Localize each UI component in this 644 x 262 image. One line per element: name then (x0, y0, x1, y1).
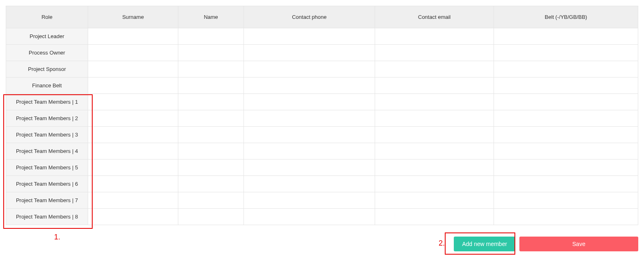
cell-name[interactable] (178, 192, 244, 209)
cell-surname[interactable] (88, 61, 178, 77)
cell-name[interactable] (178, 127, 244, 143)
cell-name[interactable] (178, 61, 244, 77)
col-header-belt: Belt (-/YB/GB/BB) (494, 6, 638, 28)
cell-surname[interactable] (88, 28, 178, 45)
cell-name[interactable] (178, 159, 244, 176)
col-header-role: Role (6, 6, 88, 28)
cell-phone[interactable] (244, 143, 375, 159)
cell-surname[interactable] (88, 77, 178, 94)
table-row: Project Team Members | 4 (6, 143, 638, 159)
footer-actions: 2. Add new member Save (6, 237, 638, 251)
table-row: Project Team Members | 7 (6, 192, 638, 209)
cell-belt[interactable] (494, 28, 638, 45)
cell-role: Project Team Members | 1 (6, 94, 88, 110)
cell-belt[interactable] (494, 77, 638, 94)
table-row: Project Team Members | 3 (6, 127, 638, 143)
add-new-member-button[interactable]: Add new member (454, 237, 515, 251)
cell-belt[interactable] (494, 45, 638, 61)
cell-email[interactable] (375, 143, 494, 159)
col-header-name: Name (178, 6, 244, 28)
cell-belt[interactable] (494, 159, 638, 176)
cell-email[interactable] (375, 28, 494, 45)
table-row: Project Leader (6, 28, 638, 45)
cell-phone[interactable] (244, 110, 375, 127)
cell-surname[interactable] (88, 209, 178, 225)
cell-email[interactable] (375, 159, 494, 176)
cell-surname[interactable] (88, 143, 178, 159)
cell-email[interactable] (375, 209, 494, 225)
cell-surname[interactable] (88, 45, 178, 61)
cell-phone[interactable] (244, 61, 375, 77)
cell-phone[interactable] (244, 209, 375, 225)
cell-surname[interactable] (88, 176, 178, 192)
cell-name[interactable] (178, 45, 244, 61)
table-row: Project Team Members | 6 (6, 176, 638, 192)
cell-email[interactable] (375, 127, 494, 143)
cell-email[interactable] (375, 61, 494, 77)
cell-surname[interactable] (88, 94, 178, 110)
cell-name[interactable] (178, 209, 244, 225)
cell-email[interactable] (375, 94, 494, 110)
cell-belt[interactable] (494, 61, 638, 77)
cell-phone[interactable] (244, 94, 375, 110)
cell-email[interactable] (375, 77, 494, 94)
cell-surname[interactable] (88, 110, 178, 127)
cell-role: Project Team Members | 5 (6, 159, 88, 176)
cell-email[interactable] (375, 110, 494, 127)
table-row: Project Team Members | 8 (6, 209, 638, 225)
table-row: Finance Belt (6, 77, 638, 94)
cell-role: Project Team Members | 6 (6, 176, 88, 192)
cell-belt[interactable] (494, 209, 638, 225)
cell-email[interactable] (375, 176, 494, 192)
cell-role: Project Sponsor (6, 61, 88, 77)
cell-email[interactable] (375, 45, 494, 61)
cell-phone[interactable] (244, 127, 375, 143)
cell-belt[interactable] (494, 143, 638, 159)
cell-belt[interactable] (494, 176, 638, 192)
cell-phone[interactable] (244, 192, 375, 209)
save-button[interactable]: Save (519, 237, 638, 251)
cell-belt[interactable] (494, 110, 638, 127)
cell-role: Process Owner (6, 45, 88, 61)
cell-belt[interactable] (494, 94, 638, 110)
cell-name[interactable] (178, 110, 244, 127)
annotation-label-2: 2. (439, 239, 445, 248)
cell-phone[interactable] (244, 176, 375, 192)
cell-phone[interactable] (244, 159, 375, 176)
table-row: Project Team Members | 2 (6, 110, 638, 127)
cell-name[interactable] (178, 28, 244, 45)
cell-role: Project Team Members | 4 (6, 143, 88, 159)
cell-belt[interactable] (494, 127, 638, 143)
cell-role: Project Team Members | 7 (6, 192, 88, 209)
col-header-email: Contact email (375, 6, 494, 28)
cell-role: Project Team Members | 3 (6, 127, 88, 143)
cell-name[interactable] (178, 176, 244, 192)
table-header-row: Role Surname Name Contact phone Contact … (6, 6, 638, 28)
col-header-phone: Contact phone (244, 6, 375, 28)
table-row: Project Team Members | 1 (6, 94, 638, 110)
table-row: Project Team Members | 5 (6, 159, 638, 176)
table-row: Project Sponsor (6, 61, 638, 77)
cell-role: Finance Belt (6, 77, 88, 94)
cell-role: Project Team Members | 2 (6, 110, 88, 127)
cell-surname[interactable] (88, 127, 178, 143)
cell-surname[interactable] (88, 159, 178, 176)
team-table: Role Surname Name Contact phone Contact … (6, 6, 638, 225)
cell-name[interactable] (178, 94, 244, 110)
cell-phone[interactable] (244, 28, 375, 45)
cell-name[interactable] (178, 77, 244, 94)
cell-belt[interactable] (494, 192, 638, 209)
cell-phone[interactable] (244, 77, 375, 94)
cell-phone[interactable] (244, 45, 375, 61)
cell-email[interactable] (375, 192, 494, 209)
cell-role: Project Leader (6, 28, 88, 45)
cell-role: Project Team Members | 8 (6, 209, 88, 225)
cell-surname[interactable] (88, 192, 178, 209)
team-table-wrapper: Role Surname Name Contact phone Contact … (6, 6, 638, 225)
col-header-surname: Surname (88, 6, 178, 28)
table-row: Process Owner (6, 45, 638, 61)
cell-name[interactable] (178, 143, 244, 159)
